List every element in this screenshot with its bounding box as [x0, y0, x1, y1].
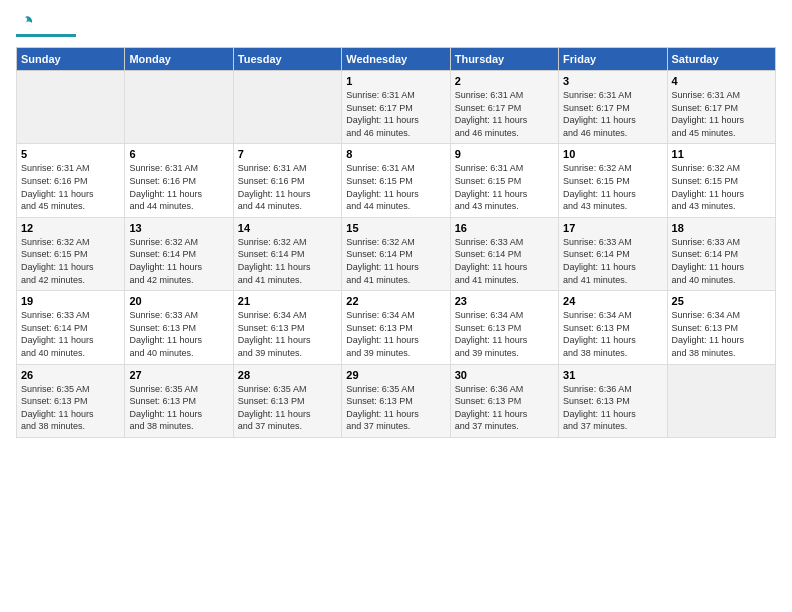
calendar-day-2: 2Sunrise: 6:31 AM Sunset: 6:17 PM Daylig…: [450, 71, 558, 144]
day-number: 2: [455, 75, 554, 87]
calendar-week-row: 26Sunrise: 6:35 AM Sunset: 6:13 PM Dayli…: [17, 364, 776, 437]
logo-bird-icon: [16, 14, 34, 32]
day-number: 22: [346, 295, 445, 307]
logo: [16, 16, 76, 37]
calendar-empty-cell: [125, 71, 233, 144]
day-number: 28: [238, 369, 337, 381]
calendar-empty-cell: [233, 71, 341, 144]
day-number: 19: [21, 295, 120, 307]
calendar-day-9: 9Sunrise: 6:31 AM Sunset: 6:15 PM Daylig…: [450, 144, 558, 217]
day-number: 18: [672, 222, 771, 234]
calendar-day-4: 4Sunrise: 6:31 AM Sunset: 6:17 PM Daylig…: [667, 71, 775, 144]
weekday-header-tuesday: Tuesday: [233, 48, 341, 71]
calendar-day-30: 30Sunrise: 6:36 AM Sunset: 6:13 PM Dayli…: [450, 364, 558, 437]
day-info: Sunrise: 6:31 AM Sunset: 6:17 PM Dayligh…: [672, 89, 771, 139]
weekday-header-sunday: Sunday: [17, 48, 125, 71]
day-number: 11: [672, 148, 771, 160]
calendar-day-17: 17Sunrise: 6:33 AM Sunset: 6:14 PM Dayli…: [559, 217, 667, 290]
calendar-day-13: 13Sunrise: 6:32 AM Sunset: 6:14 PM Dayli…: [125, 217, 233, 290]
day-info: Sunrise: 6:31 AM Sunset: 6:17 PM Dayligh…: [563, 89, 662, 139]
day-number: 15: [346, 222, 445, 234]
day-number: 31: [563, 369, 662, 381]
calendar-day-25: 25Sunrise: 6:34 AM Sunset: 6:13 PM Dayli…: [667, 291, 775, 364]
day-info: Sunrise: 6:31 AM Sunset: 6:16 PM Dayligh…: [238, 162, 337, 212]
day-info: Sunrise: 6:32 AM Sunset: 6:14 PM Dayligh…: [346, 236, 445, 286]
day-info: Sunrise: 6:34 AM Sunset: 6:13 PM Dayligh…: [346, 309, 445, 359]
calendar-week-row: 19Sunrise: 6:33 AM Sunset: 6:14 PM Dayli…: [17, 291, 776, 364]
calendar-day-21: 21Sunrise: 6:34 AM Sunset: 6:13 PM Dayli…: [233, 291, 341, 364]
calendar-day-16: 16Sunrise: 6:33 AM Sunset: 6:14 PM Dayli…: [450, 217, 558, 290]
calendar-day-27: 27Sunrise: 6:35 AM Sunset: 6:13 PM Dayli…: [125, 364, 233, 437]
day-info: Sunrise: 6:33 AM Sunset: 6:14 PM Dayligh…: [455, 236, 554, 286]
calendar-table: SundayMondayTuesdayWednesdayThursdayFrid…: [16, 47, 776, 438]
calendar-week-row: 5Sunrise: 6:31 AM Sunset: 6:16 PM Daylig…: [17, 144, 776, 217]
day-number: 17: [563, 222, 662, 234]
day-number: 5: [21, 148, 120, 160]
day-number: 14: [238, 222, 337, 234]
calendar-day-10: 10Sunrise: 6:32 AM Sunset: 6:15 PM Dayli…: [559, 144, 667, 217]
calendar-empty-cell: [667, 364, 775, 437]
day-info: Sunrise: 6:31 AM Sunset: 6:15 PM Dayligh…: [346, 162, 445, 212]
calendar-day-15: 15Sunrise: 6:32 AM Sunset: 6:14 PM Dayli…: [342, 217, 450, 290]
calendar-header-row: SundayMondayTuesdayWednesdayThursdayFrid…: [17, 48, 776, 71]
day-info: Sunrise: 6:34 AM Sunset: 6:13 PM Dayligh…: [563, 309, 662, 359]
day-number: 4: [672, 75, 771, 87]
day-number: 6: [129, 148, 228, 160]
day-number: 26: [21, 369, 120, 381]
calendar-day-23: 23Sunrise: 6:34 AM Sunset: 6:13 PM Dayli…: [450, 291, 558, 364]
day-number: 29: [346, 369, 445, 381]
calendar-day-1: 1Sunrise: 6:31 AM Sunset: 6:17 PM Daylig…: [342, 71, 450, 144]
day-number: 12: [21, 222, 120, 234]
weekday-header-monday: Monday: [125, 48, 233, 71]
page-header: [16, 16, 776, 37]
day-info: Sunrise: 6:31 AM Sunset: 6:16 PM Dayligh…: [21, 162, 120, 212]
day-number: 20: [129, 295, 228, 307]
logo-underline: [16, 34, 76, 37]
day-info: Sunrise: 6:33 AM Sunset: 6:14 PM Dayligh…: [563, 236, 662, 286]
calendar-day-19: 19Sunrise: 6:33 AM Sunset: 6:14 PM Dayli…: [17, 291, 125, 364]
calendar-day-3: 3Sunrise: 6:31 AM Sunset: 6:17 PM Daylig…: [559, 71, 667, 144]
day-info: Sunrise: 6:32 AM Sunset: 6:15 PM Dayligh…: [21, 236, 120, 286]
day-info: Sunrise: 6:32 AM Sunset: 6:14 PM Dayligh…: [129, 236, 228, 286]
day-info: Sunrise: 6:34 AM Sunset: 6:13 PM Dayligh…: [238, 309, 337, 359]
weekday-header-friday: Friday: [559, 48, 667, 71]
day-info: Sunrise: 6:34 AM Sunset: 6:13 PM Dayligh…: [672, 309, 771, 359]
day-number: 23: [455, 295, 554, 307]
day-info: Sunrise: 6:36 AM Sunset: 6:13 PM Dayligh…: [563, 383, 662, 433]
day-number: 25: [672, 295, 771, 307]
day-info: Sunrise: 6:33 AM Sunset: 6:14 PM Dayligh…: [672, 236, 771, 286]
day-number: 3: [563, 75, 662, 87]
day-info: Sunrise: 6:31 AM Sunset: 6:17 PM Dayligh…: [346, 89, 445, 139]
calendar-day-5: 5Sunrise: 6:31 AM Sunset: 6:16 PM Daylig…: [17, 144, 125, 217]
day-number: 1: [346, 75, 445, 87]
day-info: Sunrise: 6:35 AM Sunset: 6:13 PM Dayligh…: [238, 383, 337, 433]
day-info: Sunrise: 6:32 AM Sunset: 6:15 PM Dayligh…: [672, 162, 771, 212]
day-number: 9: [455, 148, 554, 160]
calendar-day-18: 18Sunrise: 6:33 AM Sunset: 6:14 PM Dayli…: [667, 217, 775, 290]
day-number: 21: [238, 295, 337, 307]
day-info: Sunrise: 6:36 AM Sunset: 6:13 PM Dayligh…: [455, 383, 554, 433]
day-number: 24: [563, 295, 662, 307]
day-number: 8: [346, 148, 445, 160]
day-info: Sunrise: 6:35 AM Sunset: 6:13 PM Dayligh…: [346, 383, 445, 433]
day-number: 7: [238, 148, 337, 160]
calendar-empty-cell: [17, 71, 125, 144]
day-number: 13: [129, 222, 228, 234]
calendar-day-8: 8Sunrise: 6:31 AM Sunset: 6:15 PM Daylig…: [342, 144, 450, 217]
calendar-day-28: 28Sunrise: 6:35 AM Sunset: 6:13 PM Dayli…: [233, 364, 341, 437]
day-info: Sunrise: 6:31 AM Sunset: 6:15 PM Dayligh…: [455, 162, 554, 212]
day-number: 27: [129, 369, 228, 381]
calendar-day-24: 24Sunrise: 6:34 AM Sunset: 6:13 PM Dayli…: [559, 291, 667, 364]
day-number: 16: [455, 222, 554, 234]
calendar-day-20: 20Sunrise: 6:33 AM Sunset: 6:13 PM Dayli…: [125, 291, 233, 364]
calendar-day-26: 26Sunrise: 6:35 AM Sunset: 6:13 PM Dayli…: [17, 364, 125, 437]
day-number: 30: [455, 369, 554, 381]
weekday-header-wednesday: Wednesday: [342, 48, 450, 71]
calendar-week-row: 12Sunrise: 6:32 AM Sunset: 6:15 PM Dayli…: [17, 217, 776, 290]
calendar-day-29: 29Sunrise: 6:35 AM Sunset: 6:13 PM Dayli…: [342, 364, 450, 437]
day-info: Sunrise: 6:33 AM Sunset: 6:14 PM Dayligh…: [21, 309, 120, 359]
day-info: Sunrise: 6:35 AM Sunset: 6:13 PM Dayligh…: [129, 383, 228, 433]
day-info: Sunrise: 6:31 AM Sunset: 6:17 PM Dayligh…: [455, 89, 554, 139]
weekday-header-saturday: Saturday: [667, 48, 775, 71]
day-info: Sunrise: 6:32 AM Sunset: 6:15 PM Dayligh…: [563, 162, 662, 212]
